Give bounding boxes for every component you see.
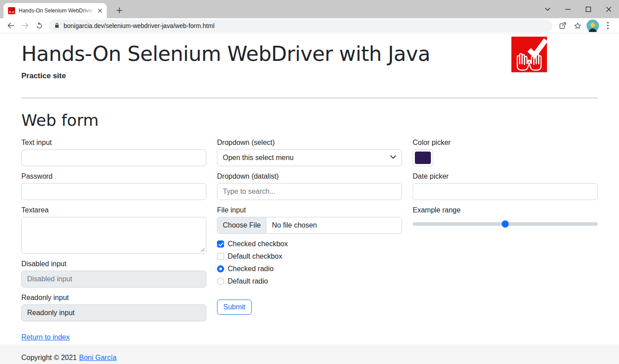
- disabled-input-label: Disabled input: [21, 260, 206, 268]
- forward-button[interactable]: [19, 20, 31, 32]
- checked-radio-row: Checked radio: [217, 265, 402, 273]
- site-logo: [511, 36, 547, 72]
- web-form: Text input Password Textarea: [21, 139, 598, 328]
- submit-button[interactable]: Submit: [217, 300, 252, 315]
- color-picker-label: Color picker: [413, 139, 598, 147]
- check-group: Checked checkbox Default checkbox: [217, 240, 402, 285]
- date-picker-input[interactable]: [413, 183, 598, 200]
- lock-icon[interactable]: [54, 22, 60, 29]
- dropdown-datalist-input[interactable]: [217, 183, 402, 200]
- date-picker-label: Date picker: [413, 172, 598, 180]
- profile-avatar[interactable]: [586, 19, 599, 32]
- url-bar[interactable]: bonigarcia.dev/selenium-webdriver-java/w…: [49, 20, 552, 32]
- text-input-label: Text input: [21, 139, 206, 147]
- color-swatch: [415, 152, 431, 164]
- checked-checkbox[interactable]: [217, 240, 224, 248]
- readonly-input[interactable]: [21, 304, 206, 321]
- disabled-input: [21, 271, 206, 288]
- password-input[interactable]: [21, 183, 206, 200]
- copyright-text: Copyright © 2021: [21, 354, 77, 361]
- bookmark-star-icon[interactable]: [571, 19, 584, 32]
- default-radio-row: Default radio: [217, 277, 402, 285]
- default-checkbox-label[interactable]: Default checkbox: [228, 252, 282, 260]
- checked-checkbox-label[interactable]: Checked checkbox: [228, 240, 288, 248]
- file-status-text: No file chosen: [266, 217, 322, 233]
- password-label: Password: [21, 172, 206, 180]
- reload-button[interactable]: [33, 20, 45, 32]
- return-to-index-link[interactable]: Return to index: [21, 333, 70, 341]
- tab-title: Hands-On Selenium WebDriver w: [19, 8, 96, 14]
- menu-kebab-icon[interactable]: [601, 19, 615, 32]
- window-minimize-button[interactable]: [558, 0, 578, 18]
- tab-strip: Hands-On Selenium WebDriver w: [0, 0, 619, 18]
- color-picker-input[interactable]: [413, 149, 433, 166]
- window-close-button[interactable]: [599, 0, 619, 18]
- dropdown-select-value: Open this select menu: [223, 154, 293, 162]
- tab-search-chevron-icon[interactable]: [537, 0, 558, 18]
- range-slider[interactable]: [413, 220, 598, 228]
- textarea-input[interactable]: [21, 217, 206, 254]
- browser-tab[interactable]: Hands-On Selenium WebDriver w: [4, 3, 107, 18]
- file-input-label: File input: [217, 206, 402, 214]
- form-column-left: Text input Password Textarea: [21, 139, 206, 328]
- file-choose-button[interactable]: Choose File: [217, 217, 266, 233]
- dropdown-select-label: Dropdown (select): [217, 139, 402, 147]
- browser-toolbar: bonigarcia.dev/selenium-webdriver-java/w…: [0, 18, 619, 33]
- share-icon[interactable]: [556, 19, 569, 32]
- back-button[interactable]: [4, 20, 17, 32]
- header-divider: [21, 98, 598, 98]
- new-tab-button[interactable]: [113, 4, 125, 16]
- checked-checkbox-row: Checked checkbox: [217, 240, 402, 248]
- tab-close-icon[interactable]: [96, 7, 104, 15]
- page-footer: Copyright © 2021Boni García: [0, 344, 619, 364]
- form-column-right: Color picker Date picker Example range: [413, 139, 598, 328]
- tab-favicon-icon: [8, 7, 15, 14]
- url-text: bonigarcia.dev/selenium-webdriver-java/w…: [64, 22, 214, 29]
- default-radio-label[interactable]: Default radio: [228, 277, 268, 285]
- dropdown-select[interactable]: Open this select menu: [217, 149, 402, 166]
- range-label: Example range: [413, 206, 598, 214]
- author-link[interactable]: Boni García: [79, 354, 117, 361]
- default-radio[interactable]: [217, 278, 224, 285]
- dropdown-datalist-label: Dropdown (datalist): [217, 172, 402, 180]
- text-input[interactable]: [21, 149, 206, 166]
- checked-radio-label[interactable]: Checked radio: [228, 265, 273, 273]
- page-body: Hands-On Selenium WebDriver with Java: [0, 33, 619, 364]
- window-maximize-button[interactable]: [578, 0, 599, 18]
- file-input[interactable]: Choose File No file chosen: [217, 217, 402, 234]
- section-heading: Web form: [21, 111, 598, 129]
- readonly-input-label: Readonly input: [21, 294, 206, 302]
- page-subtitle: Practice site: [21, 72, 598, 80]
- textarea-label: Textarea: [21, 206, 206, 214]
- range-thumb[interactable]: [502, 220, 509, 228]
- form-column-middle: Dropdown (select) Open this select menu …: [217, 139, 402, 328]
- default-checkbox-row: Default checkbox: [217, 252, 402, 260]
- textarea-resize-handle[interactable]: [201, 248, 205, 252]
- default-checkbox[interactable]: [217, 253, 224, 260]
- checked-radio[interactable]: [217, 265, 224, 272]
